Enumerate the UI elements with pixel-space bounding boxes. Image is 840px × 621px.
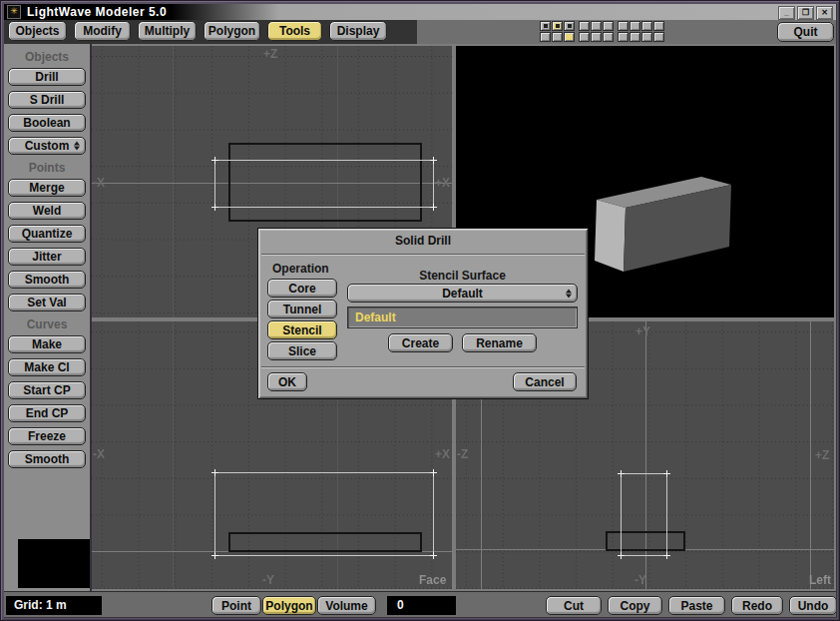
viewport-layout-button[interactable]: [579, 21, 590, 31]
viewport-layout-button[interactable]: [564, 32, 575, 42]
surface-dropdown-value: Default: [442, 287, 483, 301]
mode-polygon-button[interactable]: Polygon: [262, 596, 316, 615]
sidebar-item-label: Set Val: [27, 296, 66, 310]
viewport-layout-button[interactable]: [653, 32, 664, 42]
viewport-name-left: Left: [809, 573, 831, 587]
title-bar: ✳ LightWave Modeler 5.0 _❐✕: [4, 4, 836, 20]
sidebar-item-make[interactable]: Make: [8, 335, 86, 353]
sidebar-item-drill[interactable]: Drill: [8, 68, 86, 86]
axis-label-top-z: +Z: [263, 47, 277, 61]
layout-toggle-row: [540, 32, 664, 42]
dialog-separator: [261, 254, 585, 255]
viewport-layout-button[interactable]: [552, 21, 563, 31]
viewport-layout-button[interactable]: [603, 21, 614, 31]
axis-label-left-negy: -Y: [634, 573, 646, 587]
mode-point-button[interactable]: Point: [211, 596, 261, 615]
viewport-layout-toggle: [540, 21, 664, 43]
cut-button[interactable]: Cut: [546, 596, 602, 615]
viewport-layout-button[interactable]: [579, 32, 590, 42]
menu-item-objects[interactable]: Objects: [8, 21, 67, 41]
viewport-layout-button[interactable]: [653, 21, 664, 31]
menu-item-modify[interactable]: Modify: [74, 21, 131, 41]
maximize-button[interactable]: ❐: [797, 6, 814, 20]
sidebar-item-start-cp[interactable]: Start CP: [8, 381, 86, 399]
sidebar-item-s-drill[interactable]: S Drill: [8, 91, 86, 109]
sidebar-item-label: S Drill: [30, 93, 65, 107]
viewport-layout-button[interactable]: [641, 32, 652, 42]
redo-button[interactable]: Redo: [731, 596, 783, 615]
viewport-layout-button[interactable]: [591, 21, 602, 31]
app-icon: ✳: [7, 5, 21, 19]
viewport-layout-button[interactable]: [630, 21, 640, 31]
paste-button[interactable]: Paste: [668, 596, 725, 615]
sidebar-item-label: Merge: [29, 181, 64, 195]
dialog-separator: [261, 366, 585, 367]
status-bar: Grid: 1 m PointPolygonVolume 0 CutCopyPa…: [4, 591, 836, 617]
sidebar-item-merge[interactable]: Merge: [8, 179, 86, 197]
menu-item-polygon[interactable]: Polygon: [204, 21, 260, 41]
sidebar-item-smooth[interactable]: Smooth: [8, 450, 86, 468]
operation-core-button[interactable]: Core: [267, 279, 337, 298]
operation-stencil-button[interactable]: Stencil: [267, 320, 337, 339]
menu-item-tools[interactable]: Tools: [267, 21, 322, 41]
minimize-button[interactable]: _: [778, 6, 795, 20]
surface-name-input[interactable]: Default: [347, 307, 578, 328]
copy-button[interactable]: Copy: [608, 596, 662, 615]
close-button[interactable]: ✕: [816, 6, 833, 20]
sidebar-item-label: Boolean: [23, 116, 70, 130]
viewport-layout-button[interactable]: [641, 21, 652, 31]
axis-label-face-negy: -Y: [262, 573, 274, 587]
viewport-layout-button[interactable]: [591, 32, 602, 42]
sidebar-item-make-cl[interactable]: Make Cl: [8, 358, 86, 376]
menu-item-display[interactable]: Display: [329, 21, 387, 41]
quit-button[interactable]: Quit: [777, 22, 834, 42]
edit-action-buttons: CutCopyPasteRedoUndo: [546, 596, 837, 615]
sidebar-item-freeze[interactable]: Freeze: [8, 427, 86, 445]
dropdown-arrows-icon: [566, 289, 572, 298]
box-left-face: [595, 200, 626, 272]
dialog-title: Solid Drill: [258, 229, 588, 253]
viewport-layout-button[interactable]: [540, 21, 551, 31]
sidebar-preview-box: [18, 539, 90, 588]
create-button[interactable]: Create: [388, 333, 453, 352]
viewport-layout-button[interactable]: [552, 32, 563, 42]
surface-dropdown[interactable]: Default: [347, 284, 578, 303]
solid-drill-dialog: Solid Drill Operation CoreTunnelStencilS…: [257, 228, 589, 399]
operation-slice-button[interactable]: Slice: [267, 341, 337, 360]
sidebar-item-set-val[interactable]: Set Val: [8, 294, 86, 311]
sidebar-item-smooth[interactable]: Smooth: [8, 271, 86, 289]
sidebar-item-quantize[interactable]: Quantize: [8, 225, 86, 243]
sidebar-item-end-cp[interactable]: End CP: [8, 404, 86, 422]
window-title: LightWave Modeler 5.0: [27, 5, 167, 19]
selection-count-display: 0: [387, 596, 456, 615]
axis-label-left-negz: -Z: [457, 447, 468, 461]
layout-toggle-row: [540, 21, 664, 31]
rename-button[interactable]: Rename: [462, 333, 537, 352]
sidebar-item-weld[interactable]: Weld: [8, 202, 86, 220]
sidebar-item-jitter[interactable]: Jitter: [8, 248, 86, 266]
sidebar-item-label: Smooth: [25, 452, 70, 466]
sidebar-item-boolean[interactable]: Boolean: [8, 114, 86, 132]
operation-buttons: CoreTunnelStencilSlice: [267, 279, 337, 362]
viewport-layout-button[interactable]: [618, 32, 629, 42]
ok-button[interactable]: OK: [267, 372, 307, 391]
mode-volume-button[interactable]: Volume: [317, 596, 376, 615]
dropdown-arrows-icon: [74, 142, 80, 151]
cancel-button[interactable]: Cancel: [513, 372, 577, 391]
sidebar: ObjectsDrillS DrillBooleanCustomPointsMe…: [4, 44, 90, 591]
menu-item-multiply[interactable]: Multiply: [138, 21, 197, 41]
axis-label-face-negx: -X: [93, 447, 105, 461]
viewport-layout-button[interactable]: [564, 21, 575, 31]
operation-tunnel-button[interactable]: Tunnel: [267, 300, 337, 318]
sidebar-item-custom[interactable]: Custom: [8, 137, 86, 155]
sidebar-item-label: Smooth: [25, 273, 70, 287]
wireframe-selected-face-view[interactable]: [214, 472, 434, 556]
undo-button[interactable]: Undo: [789, 596, 837, 615]
viewport-layout-button[interactable]: [540, 32, 551, 42]
wireframe-selected-left-view[interactable]: [621, 473, 667, 556]
stencil-surface-label: Stencil Surface: [347, 269, 578, 283]
viewport-layout-button[interactable]: [630, 32, 640, 42]
wireframe-selected-top-view[interactable]: [214, 160, 434, 208]
viewport-layout-button[interactable]: [603, 32, 614, 42]
viewport-layout-button[interactable]: [618, 21, 629, 31]
